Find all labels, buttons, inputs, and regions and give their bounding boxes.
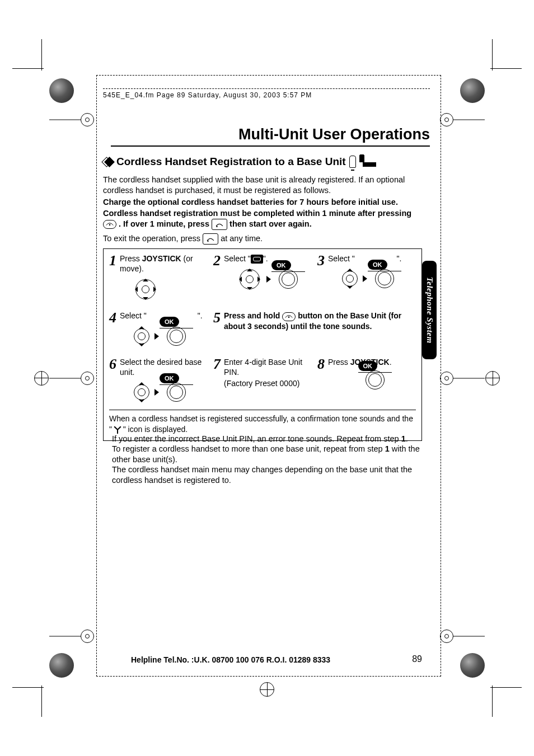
section-heading: Cordless Handset Registration to a Base … <box>103 156 422 168</box>
ok-key-icon: OK <box>368 260 387 270</box>
step-2: 2 Select "". OK <box>213 253 312 302</box>
crop-cross-icon <box>485 371 500 386</box>
hangup-button-icon <box>212 219 227 230</box>
steps-box: 1 Press JOYSTICK (or move). 2 S <box>103 248 422 441</box>
hangup-button-icon <box>203 233 218 245</box>
joystick-updown-icon <box>341 267 358 290</box>
registration-handle-icon <box>440 373 485 384</box>
then-arrow-icon <box>154 389 162 396</box>
page-number: 89 <box>412 654 422 664</box>
exit-instruction: To exit the operation, press at any time… <box>103 233 422 245</box>
center-button-icon <box>375 269 394 288</box>
charge-warning: Charge the optional cordless handset bat… <box>103 197 422 208</box>
svg-point-1 <box>216 226 217 227</box>
crop-cross-icon <box>260 682 274 697</box>
step-8: 8 Press JOYSTICK. OK <box>317 357 416 404</box>
ok-key-icon: OK <box>160 373 179 383</box>
joystick-icon <box>133 277 158 302</box>
registration-dot-icon <box>460 653 485 678</box>
ok-key-icon: OK <box>160 317 179 327</box>
center-button-icon <box>279 270 298 289</box>
crop-cross-icon <box>34 371 49 386</box>
joystick-updown-icon <box>133 381 150 404</box>
running-header: 545E_E_04.fm Page 89 Saturday, August 30… <box>103 91 312 99</box>
post-note-1: If you enter the incorrect Base Unit PIN… <box>112 434 422 444</box>
step-3: 3 Select "Registration". OK <box>317 253 416 302</box>
then-arrow-icon <box>266 276 274 283</box>
helpline-footer: Helpline Tel.No. :U.K. 08700 100 076 R.O… <box>131 655 330 664</box>
pager-button-icon <box>103 220 116 229</box>
timing-warning: Cordless handset registration must be co… <box>103 208 422 230</box>
antenna-icon <box>114 426 121 433</box>
center-button-icon <box>167 383 186 402</box>
then-arrow-icon <box>154 333 162 340</box>
registration-handle-icon <box>440 631 485 642</box>
step-5: 5 Press and hold button on the Base Unit… <box>213 311 416 348</box>
handset-icon <box>349 156 356 168</box>
step-4: 4 Select "Register H/Set". OK <box>109 311 208 348</box>
center-button-icon <box>366 370 385 389</box>
registration-handle-icon <box>49 373 94 384</box>
registration-dot-icon <box>49 653 74 678</box>
post-note-2: To register a cordless handset to more t… <box>112 444 422 465</box>
steps-note: When a cordless handset is registered su… <box>109 410 416 435</box>
header-rule <box>103 88 430 89</box>
svg-point-2 <box>207 241 208 242</box>
registration-handle-icon <box>440 114 485 125</box>
base-unit-icon <box>359 157 376 167</box>
registration-dot-icon <box>49 78 74 103</box>
svg-point-0 <box>109 224 111 226</box>
registration-handle-icon <box>49 631 94 642</box>
step-1: 1 Press JOYSTICK (or move). <box>109 253 208 302</box>
ok-key-icon: OK <box>358 361 378 371</box>
then-arrow-icon <box>363 275 371 282</box>
post-note-3: The cordless handset main menu may chang… <box>112 464 422 486</box>
ok-key-icon: OK <box>271 260 291 270</box>
settings-icon <box>251 255 263 264</box>
step-6: 6 Select the desired base unit. OK <box>109 357 208 404</box>
joystick-updown-icon <box>133 325 150 348</box>
registration-handle-icon <box>49 114 94 125</box>
step-7: 7 Enter 4-digit Base Unit PIN. (Factory … <box>213 357 312 404</box>
intro-text: The cordless handset supplied with the b… <box>103 175 422 196</box>
registration-dot-icon <box>460 78 485 103</box>
joystick-icon <box>237 267 262 292</box>
center-button-icon <box>167 327 186 346</box>
pager-button-icon <box>282 312 296 321</box>
page-title: Multi-Unit User Operations <box>111 126 430 147</box>
section-tab: Telephone System <box>422 261 437 359</box>
svg-point-3 <box>288 316 290 318</box>
